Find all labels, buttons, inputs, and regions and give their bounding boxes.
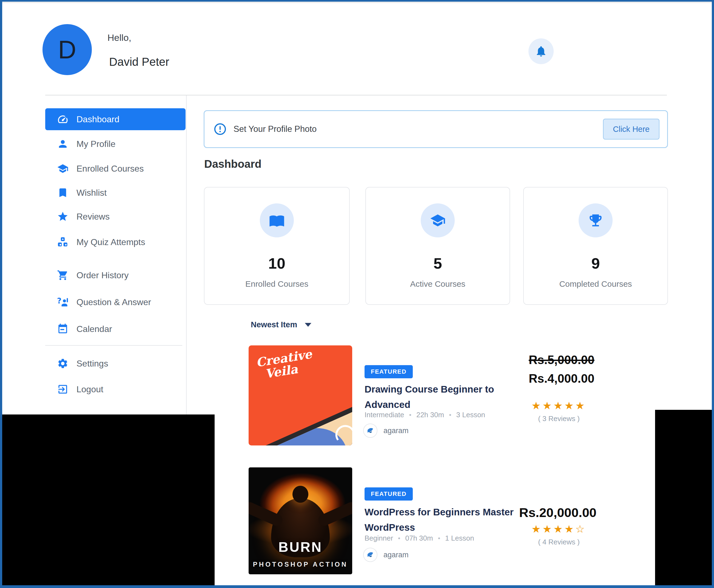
- bookmark-icon: [57, 187, 69, 199]
- avatar: D: [42, 24, 92, 75]
- sidebar-item-label: Dashboard: [77, 114, 120, 124]
- stat-value: 9: [591, 254, 600, 272]
- featured-badge: FEATURED: [364, 365, 413, 378]
- sidebar-item-label: Question & Answer: [77, 297, 151, 307]
- window-frame: [0, 0, 714, 2]
- course-price-original: Rs.5,000.00: [529, 353, 594, 367]
- thumb-title-text: BURN: [249, 539, 352, 555]
- chevron-down-icon: [305, 323, 311, 327]
- course-rating-stars: ★★★★★: [529, 400, 589, 412]
- author-name: agaram: [383, 426, 409, 435]
- open-book-icon: [260, 204, 294, 237]
- sidebar-item-wishlist[interactable]: Wishlist: [45, 182, 186, 204]
- sidebar-item-logout[interactable]: Logout: [45, 378, 186, 400]
- gauge-icon: [57, 113, 69, 125]
- course-rating-stars: ★★★★☆: [529, 523, 589, 535]
- sidebar-item-dashboard[interactable]: Dashboard: [45, 108, 186, 130]
- avatar-initial: D: [58, 35, 76, 64]
- calendar-icon: [57, 323, 69, 335]
- course-level: Intermediate: [364, 411, 404, 419]
- window-frame: [712, 0, 714, 588]
- notifications-button[interactable]: [528, 38, 554, 64]
- author-name: agaram: [383, 551, 409, 559]
- sort-dropdown[interactable]: Newest Item: [251, 320, 311, 329]
- sort-selected-value: Newest Item: [251, 320, 297, 329]
- sidebar-section-divider: [45, 345, 182, 346]
- course-duration: 07h 30m: [405, 534, 433, 543]
- header-divider: [45, 95, 667, 96]
- alert-circle-icon: [214, 123, 226, 135]
- thumb-subtitle-text: PHOTOSHOP ACTION: [249, 561, 352, 568]
- course-price: Rs.4,000.00: [529, 372, 594, 385]
- meta-dot: •: [438, 534, 440, 542]
- sidebar-item-my-quiz-attempts[interactable]: My Quiz Attempts: [45, 231, 186, 253]
- question-person-icon: ?: [57, 296, 69, 308]
- svg-text:?: ?: [57, 296, 61, 306]
- meta-dot: •: [449, 411, 451, 419]
- thumb-tablet-graphic: GraPhi Stam: [259, 372, 352, 445]
- course-author[interactable]: agaram: [363, 548, 409, 562]
- sidebar-item-order-history[interactable]: Order History: [45, 264, 186, 286]
- sidebar-item-label: Wishlist: [77, 188, 107, 198]
- thumb-logo-text: Creative Veila: [255, 348, 315, 382]
- profile-photo-alert: Set Your Profile Photo Click Here: [204, 110, 668, 148]
- sidebar-item-question-answer[interactable]: ? Question & Answer: [45, 291, 186, 313]
- click-here-button[interactable]: Click Here: [603, 119, 659, 140]
- author-avatar: [363, 423, 377, 438]
- sidebar-item-enrolled-courses[interactable]: Enrolled Courses: [45, 158, 186, 180]
- course-review-count: ( 4 Reviews ): [529, 538, 589, 546]
- alert-message: Set Your Profile Photo: [233, 124, 317, 134]
- course-level: Beginner: [364, 534, 393, 543]
- sidebar-item-label: Reviews: [77, 212, 110, 222]
- greeting-text: Hello,: [107, 33, 131, 43]
- stat-value: 10: [268, 254, 285, 272]
- stat-label: Enrolled Courses: [245, 279, 308, 289]
- course-thumbnail-wordpress[interactable]: BURN PHOTOSHOP ACTION: [249, 467, 352, 574]
- bell-icon: [535, 45, 547, 58]
- course-meta: Beginner • 07h 30m • 1 Lesson: [364, 534, 474, 543]
- user-icon: [57, 138, 69, 150]
- author-avatar: [363, 548, 377, 562]
- logout-icon: [57, 383, 69, 395]
- course-lessons: 3 Lesson: [456, 411, 485, 419]
- sidebar-item-settings[interactable]: Settings: [45, 353, 186, 375]
- sidebar-item-label: Calendar: [77, 324, 112, 334]
- stat-card-enrolled-courses: 10 Enrolled Courses: [204, 187, 350, 305]
- masked-region-right: [655, 410, 712, 585]
- page-title: Dashboard: [204, 158, 261, 170]
- sidebar-item-label: My Quiz Attempts: [77, 237, 145, 247]
- window-frame: [0, 585, 714, 588]
- sidebar-item-label: My Profile: [77, 139, 115, 149]
- quiz-blocks-icon: [57, 236, 69, 248]
- course-thumbnail-drawing[interactable]: Creative Veila GraPhi Stam: [249, 345, 352, 445]
- sidebar-item-label: Order History: [77, 270, 129, 280]
- sidebar-divider-vertical: [186, 96, 187, 415]
- stat-label: Active Courses: [410, 279, 465, 289]
- sidebar-item-label: Settings: [77, 359, 108, 369]
- sidebar-item-my-profile[interactable]: My Profile: [45, 133, 186, 155]
- graduation-cap-icon: [421, 204, 455, 237]
- stat-value: 5: [433, 254, 442, 272]
- featured-badge: FEATURED: [364, 487, 413, 501]
- course-review-count: ( 3 Reviews ): [529, 415, 589, 423]
- stat-card-completed-courses: 9 Completed Courses: [523, 187, 668, 305]
- window-frame: [0, 0, 2, 588]
- course-duration: 22h 30m: [416, 411, 444, 419]
- sidebar-item-calendar[interactable]: Calendar: [45, 318, 186, 340]
- window-edge-strip: [0, 2, 714, 3]
- course-meta: Intermediate • 22h 30m • 3 Lesson: [364, 411, 485, 419]
- gear-icon: [57, 357, 69, 370]
- cart-icon: [57, 269, 69, 281]
- stat-card-active-courses: 5 Active Courses: [365, 187, 510, 305]
- stat-label: Completed Courses: [559, 279, 632, 289]
- sidebar-item-reviews[interactable]: Reviews: [45, 206, 186, 228]
- course-author[interactable]: agaram: [363, 423, 409, 438]
- masked-region-left: [2, 415, 215, 585]
- course-title-link[interactable]: WordPress for Beginners Master WordPress: [364, 504, 532, 535]
- sidebar-item-label: Enrolled Courses: [77, 164, 144, 174]
- course-lessons: 1 Lesson: [445, 534, 474, 543]
- course-title-link[interactable]: Drawing Course Beginner to Advanced: [364, 382, 532, 412]
- course-price: Rs.20,000.00: [519, 505, 596, 520]
- trophy-icon: [579, 204, 613, 237]
- app-window: D Hello, David Peter Dashboard My Profil…: [0, 0, 714, 588]
